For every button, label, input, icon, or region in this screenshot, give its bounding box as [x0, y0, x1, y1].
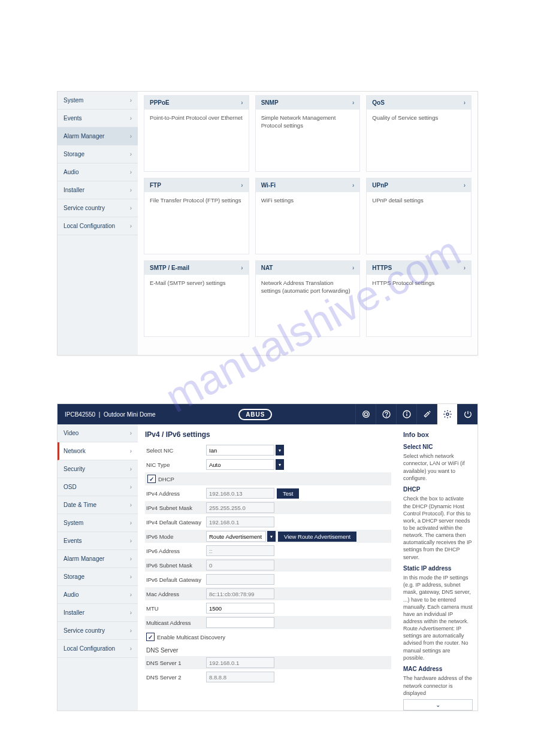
separator: |: [99, 411, 101, 418]
dhcp-label: DHCP: [158, 476, 174, 482]
nic-type-input[interactable]: [206, 459, 274, 470]
ipv4-addr-input[interactable]: [206, 488, 274, 499]
sidebar-item-date-time[interactable]: Date & Time›: [58, 496, 138, 514]
chevron-right-icon: ›: [130, 448, 132, 454]
sidebar-item-label: Service country: [64, 205, 105, 211]
sidebar-item-label: Alarm Manager: [64, 133, 104, 139]
sidebar-panel1: System›Events›Alarm Manager›Storage›Audi…: [58, 92, 138, 355]
card-ftp[interactable]: FTP›File Transfer Protocol (FTP) setting…: [144, 178, 249, 254]
sidebar-item-osd[interactable]: OSD›: [58, 478, 138, 496]
sidebar-item-label: Events: [64, 115, 82, 122]
ipv6-gw-input[interactable]: [206, 574, 274, 585]
ipv4-gw-input[interactable]: [206, 517, 274, 527]
form-title: IPv4 / IPv6 settings: [145, 430, 391, 439]
svg-point-1: [364, 412, 367, 415]
sidebar-item-label: Service country: [64, 627, 105, 634]
sidebar-item-installer[interactable]: Installer›: [58, 604, 138, 622]
card-https[interactable]: HTTPS›HTTPS Protocol settings: [366, 260, 471, 337]
card-header[interactable]: HTTPS›: [367, 261, 471, 275]
dns2-input[interactable]: [206, 672, 274, 682]
sidebar-item-security[interactable]: Security›: [58, 460, 138, 478]
sidebar-item-alarm-manager[interactable]: Alarm Manager›: [58, 550, 138, 568]
mac-label: Mac Address: [145, 591, 206, 597]
dhcp-checkbox[interactable]: [147, 475, 156, 483]
card-title: NAT: [261, 265, 273, 271]
sidebar-item-service-country[interactable]: Service country›: [58, 622, 138, 640]
ipv6-mask-input[interactable]: [206, 560, 274, 570]
sidebar-item-events[interactable]: Events›: [58, 110, 138, 127]
sidebar-item-system[interactable]: System›: [58, 92, 138, 110]
ipv6-mode-dropdown[interactable]: ▾: [267, 531, 276, 542]
select-nic-dropdown[interactable]: ▾: [276, 445, 284, 456]
sidebar-item-alarm-manager[interactable]: Alarm Manager›: [58, 127, 138, 145]
card-desc: Simple Network Management Protocol setti…: [256, 110, 360, 135]
sidebar-item-system[interactable]: System›: [58, 514, 138, 532]
ipv6-addr-label: IPv6 Address: [145, 548, 206, 554]
svg-point-6: [406, 412, 407, 412]
view-route-button[interactable]: View Route Advertisement: [278, 532, 356, 542]
sidebar-item-network[interactable]: Network›: [58, 442, 138, 460]
nic-type-dropdown[interactable]: ▾: [276, 459, 284, 470]
settings-icon[interactable]: [437, 404, 457, 424]
dns-section-head: DNS Server: [145, 645, 391, 656]
card-header[interactable]: Wi-Fi›: [256, 178, 360, 192]
sidebar-item-local-configuration[interactable]: Local Configuration›: [58, 217, 138, 235]
tools-icon[interactable]: [416, 404, 437, 424]
mtu-input[interactable]: [206, 603, 274, 614]
test-button[interactable]: Test: [277, 488, 299, 499]
ipv6-gw-label: IPv6 Default Gateway: [145, 576, 206, 583]
svg-point-3: [386, 416, 386, 417]
card-upnp[interactable]: UPnP›UPnP detail settings: [366, 178, 471, 254]
ipv6-mode-label: IPv6 Mode: [145, 533, 206, 540]
ipv4-addr-label: IPv4 Address: [145, 490, 206, 497]
card-smtp-e-mail[interactable]: SMTP / E-mail›E-Mail (SMTP server) setti…: [144, 260, 249, 337]
sidebar-item-service-country[interactable]: Service country›: [58, 199, 138, 217]
card-header[interactable]: SMTP / E-mail›: [144, 261, 249, 275]
sidebar-item-video[interactable]: Video›: [58, 424, 138, 442]
sidebar-item-label: Video: [64, 430, 78, 436]
card-nat[interactable]: NAT›Network Address Translation settings…: [255, 260, 361, 337]
card-snmp[interactable]: SNMP›Simple Network Management Protocol …: [255, 95, 361, 172]
ipv6-addr-input[interactable]: [206, 545, 274, 556]
chevron-right-icon: ›: [130, 97, 132, 104]
card-desc: WiFi settings: [256, 192, 360, 210]
live-icon[interactable]: [355, 404, 376, 424]
multicast-discovery-checkbox[interactable]: [146, 633, 155, 641]
card-header[interactable]: PPPoE›: [144, 96, 249, 110]
sidebar-item-audio[interactable]: Audio›: [58, 163, 138, 181]
sidebar-item-storage[interactable]: Storage›: [58, 145, 138, 163]
card-header[interactable]: UPnP›: [367, 178, 471, 192]
topbar-icons: [355, 404, 477, 424]
card-header[interactable]: QoS›: [367, 96, 471, 110]
sidebar-item-local-configuration[interactable]: Local Configuration›: [58, 640, 138, 658]
card-header[interactable]: SNMP›: [256, 96, 360, 110]
card-wi-fi[interactable]: Wi-Fi›WiFi settings: [255, 178, 361, 254]
ipv6-mode-input[interactable]: [206, 531, 266, 542]
ip-settings-panel: IPCB42550 | Outdoor Mini Dome ABUS: [57, 403, 478, 711]
dns1-input[interactable]: [206, 657, 274, 668]
card-qos[interactable]: QoS›Quality of Service settings: [366, 95, 471, 172]
sidebar-item-events[interactable]: Events›: [58, 532, 138, 550]
info-icon[interactable]: [396, 404, 416, 424]
card-pppoe[interactable]: PPPoE›Point-to-Point Protocol over Ether…: [144, 95, 249, 172]
help-icon[interactable]: [376, 404, 396, 424]
info-section-text: Select which network connector, LAN or W…: [403, 453, 473, 482]
card-title: PPPoE: [150, 99, 170, 106]
sidebar-item-installer[interactable]: Installer›: [58, 181, 138, 199]
sidebar-item-label: Alarm Manager: [64, 555, 104, 562]
card-header[interactable]: FTP›: [144, 178, 249, 192]
power-icon[interactable]: [457, 404, 477, 424]
multicast-input[interactable]: [206, 617, 274, 628]
sidebar-item-label: Security: [64, 466, 85, 472]
chevron-right-icon: ›: [130, 169, 132, 175]
card-header[interactable]: NAT›: [256, 261, 360, 275]
select-nic-input[interactable]: [206, 445, 274, 456]
info-expand-button[interactable]: ⌄: [403, 699, 473, 711]
sidebar-item-label: Audio: [64, 591, 79, 598]
chevron-right-icon: ›: [130, 151, 132, 157]
mac-input: [206, 588, 274, 599]
ipv4-mask-input[interactable]: [206, 502, 274, 513]
sidebar-item-audio[interactable]: Audio›: [58, 586, 138, 604]
sidebar-item-storage[interactable]: Storage›: [58, 568, 138, 586]
info-section-head: Static IP address: [403, 564, 473, 573]
